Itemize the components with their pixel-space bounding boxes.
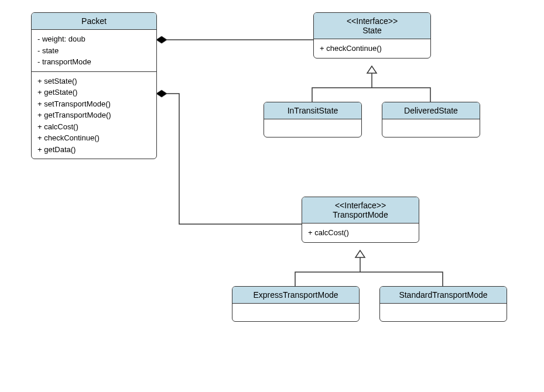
transportmode-generalization	[295, 250, 443, 286]
standardtransportmode-class: StandardTransportMode	[379, 286, 507, 322]
deliveredstate-class: DeliveredState	[382, 102, 480, 137]
empty-section	[264, 119, 361, 137]
transportmode-interface: <<Interface>> TransportMode + calcCost()	[302, 197, 419, 243]
stereotype: <<Interface>>	[320, 16, 425, 26]
state-generalization	[312, 66, 430, 102]
method: + getData()	[37, 144, 150, 156]
state-methods: + checkContinue()	[314, 39, 430, 58]
class-name: State	[320, 26, 425, 35]
intransitstate-class: InTransitState	[264, 102, 362, 137]
method: + getState()	[37, 87, 150, 98]
packet-state-composition	[156, 36, 313, 43]
method: + calcCost()	[37, 121, 150, 133]
attribute: - weight: doub	[37, 33, 150, 45]
svg-marker-2	[156, 90, 167, 97]
deliveredstate-header: DeliveredState	[382, 102, 480, 119]
svg-marker-1	[156, 36, 167, 43]
empty-section	[382, 119, 480, 137]
packet-header: Packet	[32, 13, 156, 30]
packet-class: Packet - weight: doub - state - transpor…	[31, 12, 157, 159]
method: + calcCost()	[308, 227, 413, 239]
class-name: Packet	[81, 16, 107, 26]
intransitstate-header: InTransitState	[264, 102, 361, 119]
expresstransportmode-header: ExpressTransportMode	[232, 287, 359, 304]
attribute: - state	[37, 45, 150, 57]
empty-section	[380, 304, 507, 321]
packet-methods: + setState() + getState() + setTransport…	[32, 72, 156, 159]
class-name: StandardTransportMode	[399, 290, 487, 300]
class-name: DeliveredState	[404, 106, 458, 115]
method: + setTransportMode()	[37, 98, 150, 110]
transportmode-methods: + calcCost()	[302, 223, 419, 242]
transportmode-header: <<Interface>> TransportMode	[302, 197, 419, 223]
method: + setState()	[37, 75, 150, 87]
empty-section	[232, 304, 359, 321]
state-header: <<Interface>> State	[314, 13, 430, 39]
svg-marker-6	[355, 250, 365, 257]
standardtransportmode-header: StandardTransportMode	[380, 287, 507, 304]
method: + getTransportMode()	[37, 109, 150, 121]
state-interface: <<Interface>> State + checkContinue()	[313, 12, 431, 59]
expresstransportmode-class: ExpressTransportMode	[232, 286, 360, 322]
method: + checkContinue()	[320, 43, 425, 54]
packet-attributes: - weight: doub - state - transportMode	[32, 30, 156, 72]
attribute: - transportMode	[37, 56, 150, 68]
stereotype: <<Interface>>	[308, 201, 413, 210]
class-name: TransportMode	[308, 210, 413, 219]
class-name: InTransitState	[288, 106, 338, 115]
svg-marker-4	[367, 66, 377, 73]
class-name: ExpressTransportMode	[254, 290, 338, 300]
method: + checkContinue()	[37, 132, 150, 144]
